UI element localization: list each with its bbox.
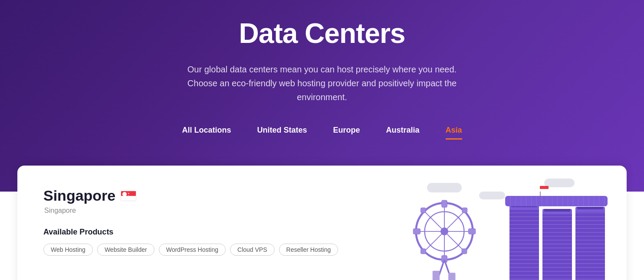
hero-subtitle: Our global data centers mean you can hos… <box>174 62 470 104</box>
cloud-3 <box>544 179 575 187</box>
svg-rect-17 <box>462 208 467 213</box>
svg-rect-23 <box>448 273 455 280</box>
product-cloud-vps[interactable]: Cloud VPS <box>230 244 274 256</box>
svg-rect-11 <box>442 200 447 207</box>
marina-bay-sands <box>509 205 605 280</box>
cloud-1 <box>427 183 462 192</box>
svg-rect-13 <box>413 228 420 234</box>
tab-asia[interactable]: Asia <box>446 126 462 140</box>
product-wordpress-hosting[interactable]: WordPress Hosting <box>159 244 226 256</box>
content-section: Singapore ★ ★★ ★ Singapore Available Pro… <box>17 166 627 280</box>
singapore-flag: ★ ★★ ★ <box>121 191 136 201</box>
svg-rect-14 <box>468 228 475 234</box>
singapore-illustration <box>323 170 627 280</box>
hero-section: Data Centers Our global data centers mea… <box>0 0 644 192</box>
tab-australia[interactable]: Australia <box>386 126 420 140</box>
tab-united-states[interactable]: United States <box>257 126 307 140</box>
product-website-builder[interactable]: Website Builder <box>97 244 154 256</box>
tab-europe[interactable]: Europe <box>333 126 360 140</box>
singapore-flag-mbs <box>540 186 549 192</box>
svg-rect-18 <box>421 249 426 254</box>
svg-rect-22 <box>433 271 440 280</box>
singapore-flyer <box>405 196 483 280</box>
mbs-skypark <box>505 196 608 206</box>
svg-rect-15 <box>421 208 426 213</box>
page-title: Data Centers <box>9 17 635 49</box>
tab-all-locations[interactable]: All Locations <box>182 126 231 140</box>
svg-rect-16 <box>462 249 467 254</box>
product-web-hosting[interactable]: Web Hosting <box>43 244 93 256</box>
location-title: Singapore <box>43 187 115 204</box>
tabs-navigation: All Locations United States Europe Austr… <box>9 126 635 140</box>
